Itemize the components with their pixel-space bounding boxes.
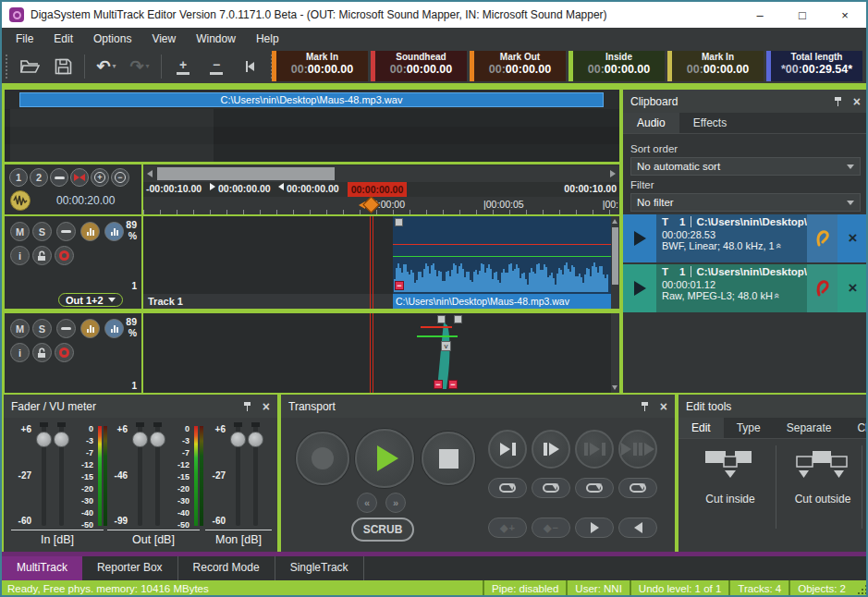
timecode-row[interactable]: -00:00:10.00 00:00:00.00 00:00:00.00 00:… (143, 182, 619, 197)
close-panel-icon[interactable]: × (660, 400, 667, 413)
loop-icon[interactable] (532, 478, 570, 498)
play-from-mark-button[interactable] (532, 430, 570, 469)
menu-file[interactable]: File (6, 30, 43, 48)
menu-view[interactable]: View (141, 30, 186, 48)
lock-icon[interactable] (32, 246, 52, 265)
collapse-track-button[interactable] (56, 319, 76, 338)
overview-track-row[interactable] (5, 127, 619, 144)
overview-track-row[interactable] (5, 144, 619, 162)
cut-inside-button[interactable]: Cut inside (690, 448, 771, 506)
horizontal-scrollbar[interactable] (143, 165, 619, 182)
zoom-fit-button[interactable] (50, 168, 68, 187)
play-around-button[interactable] (618, 430, 657, 469)
filter-dropdown[interactable]: No filter (630, 193, 861, 212)
play-clip-button[interactable] (623, 214, 656, 262)
pin-icon[interactable] (834, 97, 842, 106)
zoom-preset-1-button[interactable]: 1 (9, 168, 28, 187)
fader-knob[interactable] (54, 432, 69, 447)
fader-knob[interactable] (36, 432, 52, 447)
fader-slider[interactable] (230, 424, 245, 526)
track-2-lane[interactable]: v − − (143, 313, 611, 393)
tab-reporter-box[interactable]: Reporter Box (82, 556, 178, 580)
mark-out-flag-icon[interactable] (278, 183, 284, 190)
add-marker-button[interactable]: ◆+ (488, 518, 527, 538)
vertical-scrollbar[interactable] (611, 313, 619, 393)
close-panel-icon[interactable]: × (263, 400, 270, 413)
scroll-left-icon[interactable] (147, 170, 153, 177)
time-ruler[interactable]: 0:00:00 |00:00:05 |00: (143, 197, 619, 214)
fader-slider[interactable] (248, 424, 263, 526)
sort-order-dropdown[interactable]: No automatic sort (630, 157, 861, 176)
audio-clip[interactable]: − (393, 216, 611, 294)
fader-slider[interactable] (132, 424, 147, 526)
menu-options[interactable]: Options (83, 30, 141, 48)
collapse-track-button[interactable] (56, 222, 76, 241)
mute-button[interactable]: M (10, 222, 30, 241)
zoom-in-tracks-icon[interactable]: + (171, 55, 195, 79)
zoom-selection-icon[interactable] (70, 168, 89, 187)
delete-marker-button[interactable]: ◆− (532, 518, 570, 538)
record-button[interactable] (296, 432, 349, 485)
display-mark-in[interactable]: Mark In00:00:00.00 (272, 51, 368, 81)
remove-clip-button[interactable]: × (837, 264, 868, 312)
zoom-out-tracks-icon[interactable]: − (204, 55, 228, 79)
fader-knob[interactable] (230, 432, 246, 447)
record-arm-button[interactable] (55, 343, 74, 362)
clip-level-line-green[interactable] (393, 256, 611, 257)
play-button[interactable] (355, 429, 414, 488)
record-arm-button[interactable] (55, 246, 74, 265)
maximize-button[interactable]: □ (781, 2, 824, 28)
display-soundhead[interactable]: Soundhead00:00:00.00 (371, 51, 467, 81)
next-marker-button[interactable] (575, 518, 614, 538)
menu-help[interactable]: Help (246, 30, 289, 48)
solo-button[interactable]: S (32, 222, 52, 241)
prelisten-ear-icon[interactable] (807, 264, 837, 312)
scroll-down-icon[interactable] (612, 385, 617, 390)
fader-knob[interactable] (248, 432, 263, 447)
overview-file-bar[interactable]: C:\Users\nin\Desktop\Maus-48.mp3.wav (19, 92, 604, 107)
scroll-up-icon[interactable] (612, 219, 617, 224)
tab-singletrack[interactable]: SingleTrack (275, 556, 364, 580)
chevron-up-icon[interactable]: « (772, 293, 783, 298)
tab-edit[interactable]: Edit (679, 418, 724, 438)
clip-level-line-green[interactable] (417, 335, 458, 337)
pin-icon[interactable] (243, 402, 251, 411)
info-button[interactable]: i (10, 246, 30, 265)
meter-mode-blue-icon[interactable] (104, 319, 124, 338)
chevron-up-icon[interactable]: « (774, 243, 785, 249)
tab-type[interactable]: Type (724, 418, 774, 438)
display-total-length[interactable]: Total length*00:00:29.54* (766, 51, 862, 81)
display-mark-out[interactable]: Mark Out00:00:00.00 (470, 51, 566, 81)
loop-icon[interactable] (618, 478, 657, 498)
meter-mode-gold-icon[interactable] (80, 319, 100, 338)
project-overview[interactable]: C:\Users\nin\Desktop\Maus-48.mp3.wav (5, 90, 619, 162)
loop-icon[interactable] (488, 478, 527, 498)
track-1-lane[interactable]: Track 1 − C:\Users\nin\Desktop\Maus-48.m… (143, 216, 611, 309)
mute-button[interactable]: M (10, 319, 30, 338)
clipboard-item-info[interactable]: T1C:\Users\nin\Desktop\ 00:00:28.53 BWF,… (656, 214, 807, 262)
clipboard-item-info[interactable]: T1C:\Users\nin\Desktop\ 00:00:01.12 Raw,… (656, 264, 807, 312)
clip-fade-handle[interactable] (395, 218, 403, 226)
zoom-out-icon[interactable]: − (111, 168, 129, 187)
tab-effects[interactable]: Effects (679, 113, 740, 133)
loop-icon[interactable] (575, 478, 614, 498)
clip-volume-handle[interactable]: v (441, 341, 451, 351)
vertical-scrollbar[interactable] (611, 216, 619, 309)
toolbar-grip[interactable] (6, 55, 8, 79)
fader-slider[interactable] (54, 424, 68, 526)
clip-marker-handle[interactable]: − (434, 380, 443, 389)
fader-slider[interactable] (36, 424, 51, 526)
meter-mode-blue-icon[interactable] (104, 222, 124, 241)
mark-in-flag-icon[interactable] (210, 183, 215, 190)
stop-button[interactable] (422, 432, 475, 485)
clip-level-line-red[interactable] (393, 244, 611, 245)
clip-title-bar[interactable]: C:\Users\nin\Desktop\Maus-48.mp3.wav (393, 294, 611, 309)
meter-mode-gold-icon[interactable] (80, 222, 100, 241)
prelisten-ear-icon[interactable] (807, 214, 837, 262)
menu-window[interactable]: Window (186, 30, 246, 48)
fader-knob[interactable] (132, 432, 148, 447)
pin-icon[interactable] (641, 402, 649, 411)
play-selection-button[interactable] (575, 430, 614, 469)
tab-record-mode[interactable]: Record Mode (178, 556, 275, 580)
info-button[interactable]: i (10, 343, 30, 362)
